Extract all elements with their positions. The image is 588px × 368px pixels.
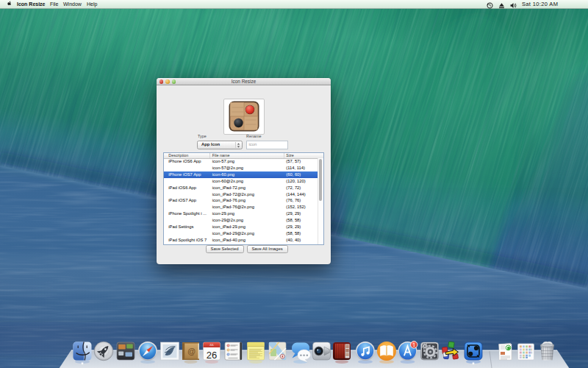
svg-text:@: @ (187, 347, 196, 355)
svg-text:26: 26 (207, 350, 217, 361)
svg-text:1: 1 (412, 342, 415, 347)
svg-text:JUL: JUL (209, 344, 214, 347)
